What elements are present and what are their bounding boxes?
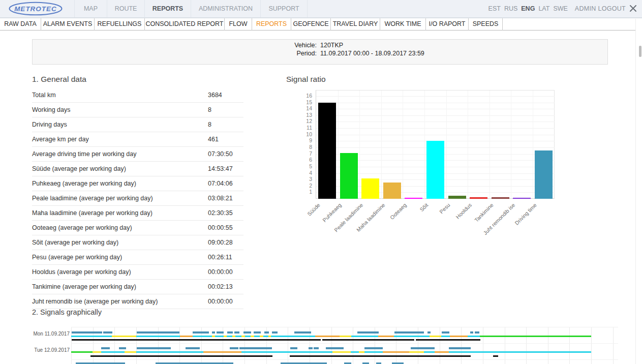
svg-text:METROTEC: METROTEC [14,5,57,13]
